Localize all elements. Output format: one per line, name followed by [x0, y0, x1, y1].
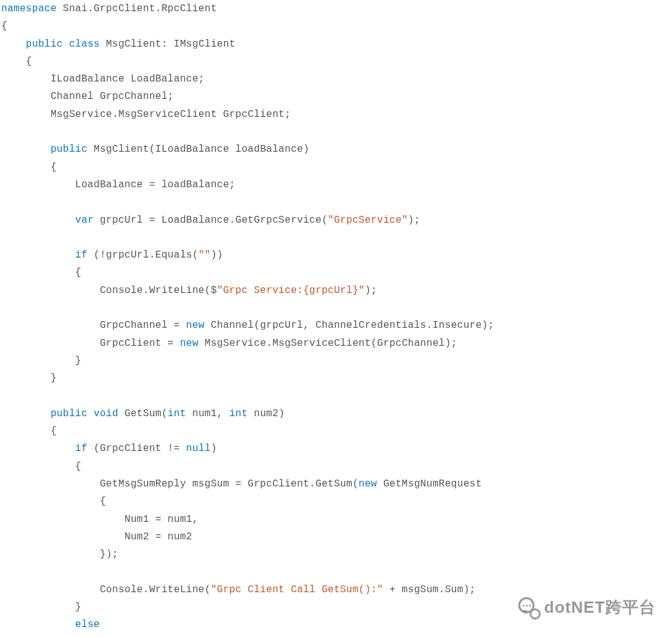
code-block: namespace Snai.GrpcClient.RpcClient { pu…	[0, 0, 672, 637]
watermark: dotNET跨平台	[518, 597, 656, 618]
wechat-icon	[518, 597, 539, 618]
watermark-text: dotNET跨平台	[544, 597, 656, 618]
